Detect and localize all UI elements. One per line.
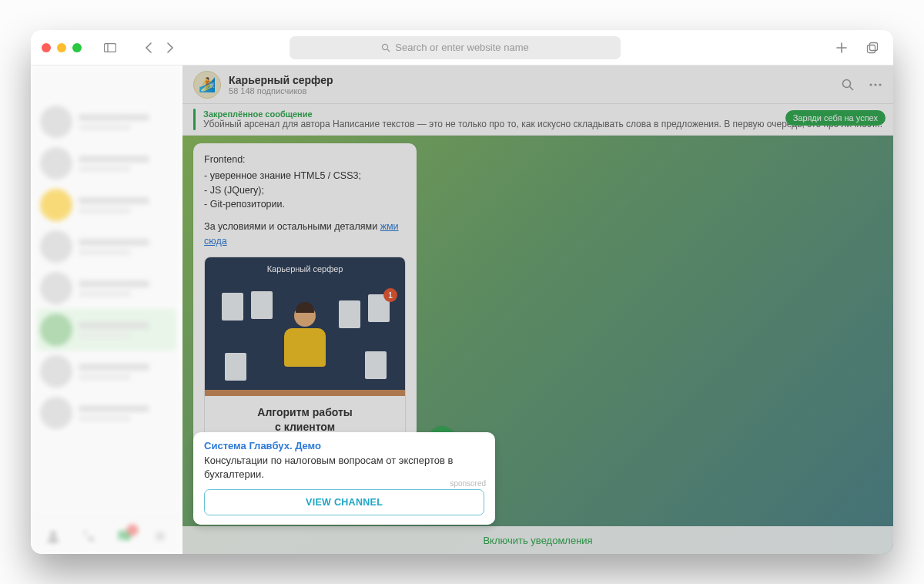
- pin-indicator: [193, 109, 196, 130]
- chat-list-item[interactable]: [37, 392, 176, 434]
- contacts-icon[interactable]: [45, 528, 62, 545]
- link-preview[interactable]: Карьерный серфер 1 Алгоритм работы с кли…: [204, 257, 406, 459]
- browser-window: Search or enter website name: [31, 30, 893, 554]
- message-section: Frontend:: [204, 153, 406, 167]
- sponsored-card: Система Главбух. Демо Консультации по на…: [193, 432, 495, 525]
- address-placeholder: Search or enter website name: [395, 42, 528, 53]
- pinned-text: Убойный арсенал для автора Написание тек…: [203, 119, 882, 129]
- close-window[interactable]: [42, 43, 51, 52]
- chat-list-item[interactable]: [37, 351, 176, 392]
- svg-point-8: [843, 79, 851, 87]
- svg-point-6: [51, 531, 56, 536]
- svg-point-2: [383, 44, 388, 49]
- tabs-overview-button[interactable]: [862, 38, 882, 58]
- unread-badge: 3: [127, 525, 138, 535]
- search-in-chat-icon[interactable]: [841, 78, 855, 92]
- forward-button[interactable]: [160, 38, 180, 58]
- address-bar[interactable]: Search or enter website name: [290, 36, 621, 59]
- pinned-label: Закреплённое сообщение: [203, 109, 882, 119]
- chat-list-item[interactable]: [37, 309, 176, 351]
- more-icon[interactable]: [869, 78, 882, 92]
- ad-body: Консультации по налоговым вопросам от эк…: [204, 454, 484, 482]
- svg-rect-4: [870, 42, 878, 50]
- channel-title: Карьерный серфер: [229, 74, 333, 86]
- channel-avatar[interactable]: 🏄: [193, 71, 221, 99]
- sidebar-bottom-nav: 3: [31, 517, 182, 554]
- search-icon: [381, 43, 390, 52]
- chat-main: 🏄 Карьерный серфер 58 148 подписчиков За…: [182, 65, 893, 554]
- chat-list-item[interactable]: [37, 226, 176, 267]
- view-channel-button[interactable]: VIEW CHANNEL: [204, 489, 484, 515]
- svg-point-7: [158, 534, 162, 538]
- sidebar-toggle-icon[interactable]: [100, 38, 120, 58]
- ad-title[interactable]: Система Главбух. Демо: [204, 440, 484, 451]
- chat-header: 🏄 Карьерный серфер 58 148 подписчиков: [182, 65, 893, 104]
- svg-line-9: [850, 86, 854, 90]
- sponsored-label: sponsored: [450, 479, 486, 488]
- preview-badge: 1: [383, 288, 397, 302]
- chat-list-sidebar: 3: [31, 65, 182, 554]
- channel-subscribers: 58 148 подписчиков: [229, 86, 333, 96]
- message-line: - уверенное знание HTML5 / CSS3;: [204, 169, 406, 183]
- maximize-window[interactable]: [72, 43, 82, 52]
- message-line: - JS (JQuery);: [204, 183, 406, 198]
- svg-point-10: [869, 83, 872, 86]
- svg-line-3: [387, 49, 390, 52]
- message-details: За условиями и остальными деталями: [204, 221, 380, 232]
- new-tab-button[interactable]: [832, 38, 852, 58]
- svg-rect-5: [868, 45, 875, 52]
- chat-list-item[interactable]: [37, 143, 176, 184]
- svg-point-11: [874, 83, 876, 86]
- chat-list-item[interactable]: [37, 101, 176, 143]
- svg-point-12: [879, 83, 881, 86]
- chat-list-item[interactable]: [37, 267, 176, 309]
- back-button[interactable]: [139, 38, 159, 58]
- pinned-pill[interactable]: Заряди себя на успех: [785, 110, 886, 126]
- settings-icon[interactable]: [152, 528, 169, 545]
- preview-image: 1: [205, 280, 405, 396]
- calls-icon[interactable]: [80, 528, 97, 545]
- message-line: - Git-репозитории.: [204, 197, 406, 212]
- enable-notifications-link[interactable]: Включить уведомления: [483, 535, 592, 546]
- preview-source: Карьерный серфер: [205, 257, 405, 281]
- window-controls: [42, 43, 82, 52]
- chats-icon[interactable]: 3: [116, 528, 133, 545]
- minimize-window[interactable]: [57, 43, 66, 52]
- chat-bottom-bar: Включить уведомления: [182, 526, 893, 554]
- titlebar: Search or enter website name: [31, 30, 893, 65]
- chat-list-item[interactable]: [37, 184, 176, 226]
- svg-rect-0: [105, 43, 116, 52]
- pinned-message[interactable]: Закреплённое сообщение Убойный арсенал д…: [182, 104, 893, 136]
